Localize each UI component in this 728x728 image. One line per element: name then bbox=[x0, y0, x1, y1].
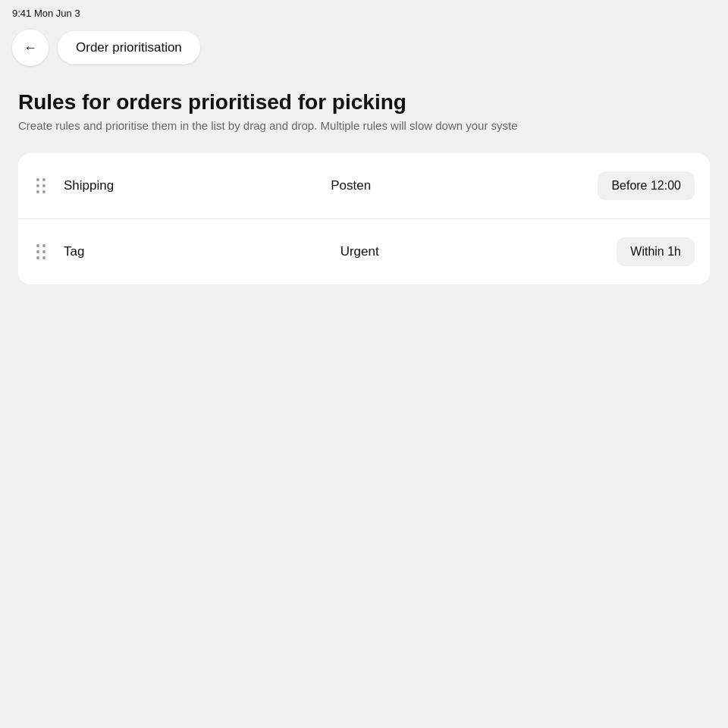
back-arrow-icon: ← bbox=[24, 40, 37, 56]
rule-card-0: Shipping Posten Before 12:00 bbox=[18, 153, 710, 219]
drag-dots-icon bbox=[36, 244, 46, 259]
rules-list: Shipping Posten Before 12:00 Tag bbox=[18, 153, 710, 284]
rule-row: Shipping Posten Before 12:00 bbox=[18, 153, 710, 218]
page-subtitle: Create rules and prioritise them in the … bbox=[18, 119, 710, 132]
drag-handle[interactable] bbox=[33, 175, 49, 196]
back-button[interactable]: ← bbox=[12, 30, 49, 66]
status-date: Mon Jun 3 bbox=[34, 8, 80, 19]
drag-dots-icon bbox=[36, 178, 46, 193]
rule-row: Tag Urgent Within 1h bbox=[18, 219, 710, 284]
rule-type: Tag bbox=[64, 244, 325, 259]
header: ← Order prioritisation bbox=[0, 24, 728, 78]
rule-value: Posten bbox=[331, 178, 582, 193]
rule-type: Shipping bbox=[64, 178, 315, 193]
rule-value: Urgent bbox=[340, 244, 602, 259]
rule-card-1: Tag Urgent Within 1h bbox=[18, 219, 710, 284]
header-title: Order prioritisation bbox=[58, 31, 200, 64]
status-time: 9:41 bbox=[12, 8, 31, 19]
page-title: Rules for orders prioritised for picking bbox=[18, 90, 710, 115]
drag-handle[interactable] bbox=[33, 241, 49, 262]
rule-badge: Before 12:00 bbox=[598, 171, 695, 200]
page-content: Rules for orders prioritised for picking… bbox=[0, 78, 728, 303]
rule-badge: Within 1h bbox=[617, 237, 695, 266]
status-bar: 9:41 Mon Jun 3 bbox=[0, 0, 728, 24]
